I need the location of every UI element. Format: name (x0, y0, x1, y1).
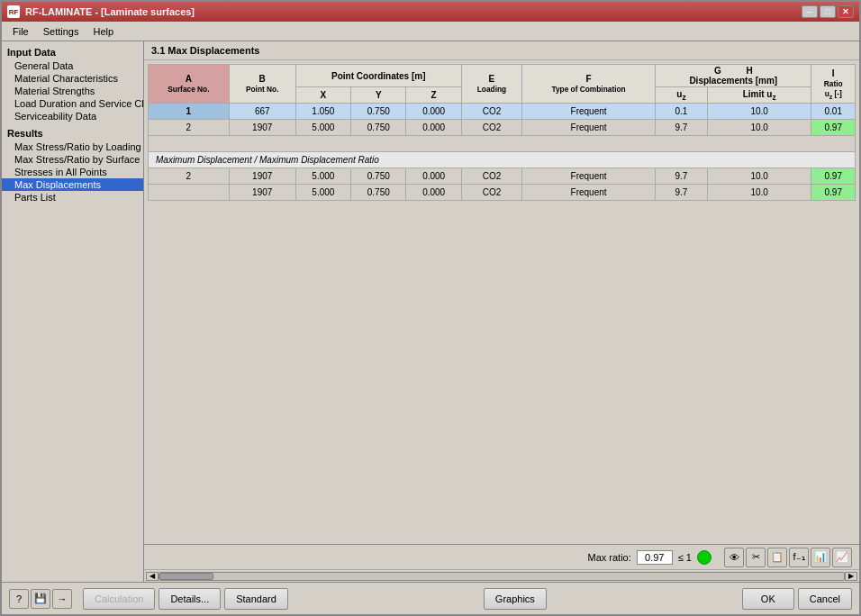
cell-point: 667 (229, 104, 295, 120)
minimize-button[interactable]: ─ (802, 5, 818, 18)
cut-icon[interactable]: ✂ (746, 548, 766, 567)
scroll-track[interactable] (159, 572, 845, 581)
sidebar-item-general-data[interactable]: General Data (2, 59, 143, 72)
sidebar-item-max-stress-loading[interactable]: Max Stress/Ratio by Loading (2, 140, 143, 153)
cell-limit: 10.0 (707, 104, 811, 120)
table-row[interactable]: 2 1907 5.000 0.750 0.000 CO2 Frequent 9.… (149, 168, 856, 185)
cell-y: 0.750 (351, 168, 406, 185)
help-icon[interactable]: ? (9, 589, 29, 609)
scroll-left-btn[interactable]: ◀ (146, 572, 159, 581)
col-header-surface: ASurface No. (149, 65, 230, 104)
table-row-empty (149, 136, 856, 152)
sidebar-item-material-strengths[interactable]: Material Strengths (2, 85, 143, 97)
details-button[interactable]: Details... (159, 588, 221, 610)
cancel-button[interactable]: Cancel (798, 588, 852, 610)
title-bar-left: RF RF-LAMINATE - [Laminate surfaces] (7, 5, 195, 18)
horizontal-scrollbar[interactable]: ◀ ▶ (144, 569, 859, 582)
title-bar: RF RF-LAMINATE - [Laminate surfaces] ─ □… (2, 2, 859, 22)
menu-help[interactable]: Help (86, 24, 121, 39)
cell-limit: 10.0 (707, 120, 811, 136)
cell-limit: 10.0 (707, 168, 811, 185)
app-icon: RF (7, 5, 20, 18)
cell-ratio: 0.97 (811, 120, 856, 136)
col-header-displacements: G HDisplacements [mm] (656, 65, 811, 87)
save-icon[interactable]: 💾 (31, 589, 50, 609)
cell-z: 0.000 (406, 168, 461, 185)
le-label: ≤ 1 (678, 552, 692, 563)
section-header-row: Maximum Displacement / Maximum Displacem… (149, 152, 856, 168)
cell-uz: 9.7 (656, 185, 708, 201)
data-table: ASurface No. BPoint No. Point Coordinate… (148, 64, 856, 201)
col-header-limit-uz: Limit uz (707, 87, 811, 104)
content-title: 3.1 Max Displacements (144, 41, 859, 60)
menu-settings[interactable]: Settings (36, 24, 86, 39)
main-window: RF RF-LAMINATE - [Laminate surfaces] ─ □… (0, 0, 861, 616)
menu-bar: File Settings Help (2, 22, 859, 41)
sidebar-item-material-char[interactable]: Material Characteristics (2, 72, 143, 85)
status-ok-icon (697, 550, 711, 565)
scroll-thumb[interactable] (159, 573, 213, 580)
window-controls[interactable]: ─ □ ✕ (802, 5, 854, 18)
cell-uz: 9.7 (656, 168, 708, 185)
cell-loading: CO2 (461, 168, 521, 185)
sidebar-item-load-duration[interactable]: Load Duration and Service Clas (2, 97, 143, 110)
cell-surface: 1 (149, 104, 230, 120)
cell-combination: Frequent (522, 168, 656, 185)
sidebar-input-section: Input Data (2, 45, 143, 59)
cell-x: 5.000 (295, 168, 350, 185)
cell-surface (149, 185, 230, 201)
close-button[interactable]: ✕ (838, 5, 854, 18)
chart-icon[interactable]: 📊 (811, 548, 830, 567)
cell-uz: 0.1 (656, 104, 708, 120)
table-row[interactable]: 2 1907 5.000 0.750 0.000 CO2 Frequent 9.… (149, 120, 856, 136)
cell-surface: 2 (149, 120, 230, 136)
table-row[interactable]: 1 667 1.050 0.750 0.000 CO2 Frequent 0.1… (149, 104, 856, 120)
cell-x: 1.050 (295, 104, 350, 120)
cell-z: 0.000 (406, 120, 461, 136)
cell-combination: Frequent (522, 185, 656, 201)
standard-button[interactable]: Standard (224, 588, 288, 610)
ok-button[interactable]: OK (742, 588, 794, 610)
cell-x: 5.000 (295, 120, 350, 136)
cell-y: 0.750 (351, 104, 406, 120)
formula-icon[interactable]: f₋₁ (789, 548, 809, 567)
sidebar-results-section: Results (2, 126, 143, 140)
cell-ratio: 0.97 (811, 168, 856, 185)
cell-point: 1907 (229, 120, 295, 136)
cell-ratio: 0.97 (811, 185, 856, 201)
graphics-button[interactable]: Graphics (484, 588, 547, 610)
table-row[interactable]: 1907 5.000 0.750 0.000 CO2 Frequent 9.7 … (149, 185, 856, 201)
copy-icon[interactable]: 📋 (767, 548, 787, 567)
sidebar-item-parts-list[interactable]: Parts List (2, 191, 143, 204)
cell-limit: 10.0 (707, 185, 811, 201)
graph-icon[interactable]: 📈 (832, 548, 852, 567)
col-header-z: Z (406, 87, 461, 104)
cell-loading: CO2 (461, 120, 521, 136)
menu-file[interactable]: File (5, 24, 36, 39)
cell-y: 0.750 (351, 120, 406, 136)
sidebar-item-max-stress-surface[interactable]: Max Stress/Ratio by Surface (2, 153, 143, 166)
status-bar: Max ratio: 0.97 ≤ 1 👁 ✂ 📋 f₋₁ 📊 📈 (144, 544, 859, 569)
col-header-coords: Point Coordinates [m] (295, 65, 461, 87)
cell-z: 0.000 (406, 185, 461, 201)
sidebar-item-stresses-all[interactable]: Stresses in All Points (2, 166, 143, 178)
main-content: Input Data General Data Material Charact… (2, 41, 859, 582)
cell-x: 5.000 (295, 185, 350, 201)
sidebar-item-max-displacements[interactable]: Max Displacements (2, 178, 143, 191)
col-header-y: Y (351, 87, 406, 104)
cell-combination: Frequent (522, 104, 656, 120)
maximize-button[interactable]: □ (820, 5, 836, 18)
col-header-uz: uz (656, 87, 708, 104)
cell-ratio: 0.01 (811, 104, 856, 120)
cell-y: 0.750 (351, 185, 406, 201)
col-header-ratio: IRatiouz [-] (811, 65, 856, 104)
bottom-left-icons: ? 💾 → (9, 589, 72, 609)
col-header-x: X (295, 87, 350, 104)
cell-z: 0.000 (406, 104, 461, 120)
scroll-right-btn[interactable]: ▶ (845, 572, 857, 581)
cell-loading: CO2 (461, 104, 521, 120)
export-icon[interactable]: → (52, 589, 72, 609)
calculation-button[interactable]: Calculation (83, 588, 155, 610)
sidebar-item-serviceability[interactable]: Serviceability Data (2, 110, 143, 122)
view-icon[interactable]: 👁 (724, 548, 744, 567)
